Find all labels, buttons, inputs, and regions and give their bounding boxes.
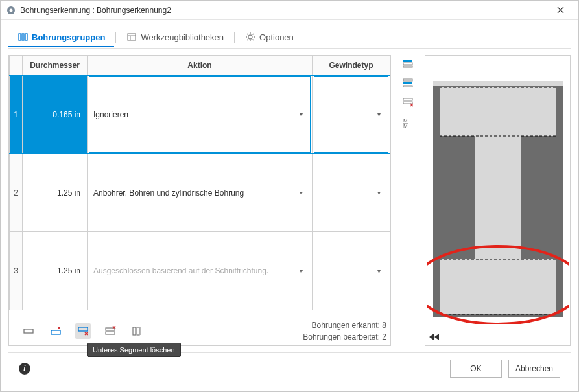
svg-rect-4	[25, 34, 27, 40]
svg-rect-31	[403, 98, 412, 100]
tab-underline	[8, 48, 571, 49]
svg-rect-19	[78, 327, 88, 331]
chevron-down-icon: ▾	[373, 111, 384, 118]
hole-preview-graphic	[427, 78, 569, 324]
rewind-button[interactable]	[424, 332, 443, 341]
header-index[interactable]	[10, 56, 23, 76]
library-icon	[126, 32, 137, 42]
table-row[interactable]: 3 1.25 in Ausgeschlossen basierend auf d…	[10, 232, 390, 310]
svg-rect-38	[440, 87, 556, 136]
thread-combo[interactable]: ▾	[314, 76, 388, 154]
preview-pane	[425, 55, 571, 346]
tool-segment-delete-top[interactable]	[48, 323, 64, 339]
svg-rect-27	[403, 66, 412, 67]
svg-rect-3	[22, 34, 24, 40]
info-icon[interactable]: i	[19, 363, 30, 375]
svg-line-15	[247, 40, 248, 41]
dialog-window: Bohrungserkennung : Bohrungserkennung2 B…	[0, 0, 579, 392]
svg-rect-40	[440, 259, 556, 314]
tab-bar: Bohrungsgruppen Werkzeugbibliotheken Opt…	[8, 27, 571, 49]
svg-point-8	[248, 35, 252, 39]
ok-button[interactable]: OK	[450, 360, 502, 378]
table-row[interactable]: 2 1.25 in Anbohrer, Bohren und zylindris…	[10, 154, 390, 232]
chevron-down-icon: ▾	[373, 189, 384, 196]
header-diameter[interactable]: Durchmesser	[23, 56, 88, 76]
table-row[interactable]: 1 0.165 in Ignorieren ▾	[10, 76, 390, 154]
grid-pane: Durchmesser Aktion Gewindetyp 1 0.165 in	[8, 55, 391, 346]
row-index[interactable]: 1	[10, 76, 23, 154]
svg-rect-25	[403, 60, 412, 62]
svg-rect-29	[403, 82, 412, 84]
bottom-bar: i OK Abbrechen	[8, 352, 571, 384]
header-threadtype[interactable]: Gewindetyp	[313, 56, 390, 76]
svg-rect-26	[403, 63, 412, 65]
combo-value: Ignorieren	[93, 110, 296, 119]
toolbar: Unteres Segment löschen	[9, 323, 145, 339]
detected-count: 8	[382, 321, 386, 330]
tab-tool-libraries[interactable]: Werkzeugbibliotheken	[117, 28, 233, 47]
header-row: Durchmesser Aktion Gewindetyp	[10, 56, 390, 76]
app-icon	[6, 5, 16, 16]
tab-options[interactable]: Optionen	[236, 28, 303, 47]
tool-segment-1[interactable]	[21, 323, 36, 339]
thread-combo[interactable]: ▾	[314, 154, 388, 231]
side-btn-1[interactable]	[401, 56, 415, 71]
side-btn-4[interactable]: MM	[401, 115, 415, 129]
svg-rect-39	[475, 136, 521, 259]
row-index[interactable]: 2	[10, 154, 23, 232]
svg-rect-30	[403, 86, 412, 87]
window-close-button[interactable]	[547, 1, 573, 19]
tab-label: Bohrungsgruppen	[32, 32, 105, 42]
thread-combo[interactable]: ▾	[314, 232, 388, 310]
combo-value: Ausgeschlossen basierend auf der Schnitt…	[93, 266, 296, 275]
side-btn-3[interactable]	[401, 95, 415, 110]
holes-table: Durchmesser Aktion Gewindetyp 1 0.165 in	[9, 56, 390, 310]
action-cell[interactable]: Anbohrer, Bohren und zylindrische Bohrun…	[88, 154, 313, 232]
action-combo[interactable]: Anbohrer, Bohren und zylindrische Bohrun…	[89, 154, 311, 231]
action-cell[interactable]: Ausgeschlossen basierend auf der Schnitt…	[88, 232, 313, 310]
diameter-cell[interactable]: 1.25 in	[23, 232, 88, 310]
window-title: Bohrungserkennung : Bohrungserkennung2	[20, 6, 547, 15]
tool-segment-5[interactable]	[130, 323, 145, 339]
tab-separator	[234, 32, 235, 43]
svg-rect-23	[137, 327, 139, 335]
side-btn-2[interactable]	[401, 76, 415, 90]
tab-label: Werkzeugbibliotheken	[141, 32, 224, 42]
tool-segment-delete-bottom[interactable]	[75, 323, 91, 339]
svg-line-16	[253, 34, 254, 35]
svg-point-1	[10, 8, 13, 12]
cancel-button[interactable]: Abbrechen	[508, 360, 560, 378]
svg-rect-21	[106, 332, 115, 334]
row-index[interactable]: 3	[10, 232, 23, 310]
svg-rect-18	[51, 330, 60, 334]
svg-rect-28	[403, 79, 412, 81]
processed-label: Bohrungen bearbeitet:	[303, 332, 380, 341]
thread-cell[interactable]: ▾	[313, 76, 390, 154]
detected-label: Bohrungen erkannt:	[312, 321, 380, 330]
thread-cell[interactable]: ▾	[313, 232, 390, 310]
grid-footer: Unteres Segment löschen Bohrungen erkann…	[9, 317, 390, 345]
svg-rect-17	[24, 329, 33, 333]
svg-rect-32	[403, 102, 412, 104]
combo-value: Anbohrer, Bohren und zylindrische Bohrun…	[93, 189, 296, 198]
action-cell[interactable]: Ignorieren ▾	[88, 76, 313, 154]
svg-rect-2	[19, 34, 21, 40]
tool-segment-4[interactable]	[102, 323, 118, 339]
chevron-down-icon: ▾	[373, 268, 384, 275]
action-combo[interactable]: Ausgeschlossen basierend auf der Schnitt…	[89, 232, 311, 310]
diameter-cell[interactable]: 0.165 in	[23, 76, 88, 154]
svg-rect-5	[128, 34, 136, 40]
gear-icon	[245, 32, 255, 42]
chevron-down-icon: ▾	[296, 268, 306, 275]
diameter-cell[interactable]: 1.25 in	[23, 154, 88, 232]
thread-cell[interactable]: ▾	[313, 154, 390, 232]
header-action[interactable]: Aktion	[88, 56, 313, 76]
tab-separator	[115, 32, 116, 43]
svg-line-13	[247, 34, 248, 35]
action-combo[interactable]: Ignorieren ▾	[89, 76, 311, 154]
groups-icon	[18, 32, 28, 42]
tab-hole-groups[interactable]: Bohrungsgruppen	[8, 28, 114, 47]
grid-wrap: Durchmesser Aktion Gewindetyp 1 0.165 in	[9, 56, 390, 310]
status-text: Bohrungen erkannt: 8 Bohrungen bearbeite…	[303, 319, 390, 343]
chevron-down-icon: ▾	[296, 111, 306, 118]
